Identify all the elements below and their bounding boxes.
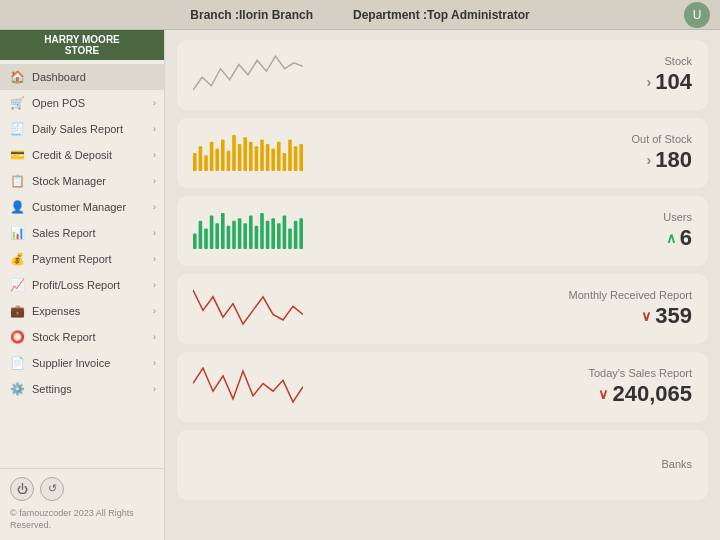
avatar[interactable]: U	[684, 2, 710, 28]
card-number-stock: 104	[655, 69, 692, 95]
card-indicator-monthly-received: ∨	[641, 308, 651, 324]
card-info-monthly-received: Monthly Received Report ∨ 359	[568, 289, 692, 329]
card-chart-users	[193, 209, 313, 254]
department-info: Department :Top Administrator	[353, 8, 530, 22]
svg-rect-26	[227, 225, 231, 248]
svg-rect-22	[204, 228, 208, 249]
sidebar-item-open-pos[interactable]: 🛒 Open POS ›	[0, 90, 164, 116]
cart-icon: 🛒	[10, 96, 24, 110]
svg-rect-7	[232, 135, 236, 171]
svg-rect-38	[294, 220, 298, 248]
sidebar-item-payment-report[interactable]: 💰 Payment Report ›	[0, 246, 164, 272]
svg-rect-25	[221, 213, 225, 249]
card-info-banks: Banks	[661, 458, 692, 472]
svg-rect-12	[260, 139, 264, 171]
card-label-monthly-received: Monthly Received Report	[568, 289, 692, 301]
svg-rect-18	[294, 146, 298, 171]
department-value: Top Administrator	[427, 8, 530, 22]
nav-label: Credit & Deposit	[32, 149, 154, 161]
card-value-stock: › 104	[647, 69, 692, 95]
svg-rect-1	[199, 146, 203, 171]
card-out-of-stock[interactable]: Out of Stock › 180	[177, 118, 708, 188]
sidebar-logo: HARRY MOORE STORE	[0, 30, 164, 60]
nav-arrow-icon: ›	[153, 306, 156, 316]
svg-rect-16	[283, 153, 287, 171]
sidebar-item-sales-report[interactable]: 📊 Sales Report ›	[0, 220, 164, 246]
branch-value: Ilorin Branch	[239, 8, 313, 22]
branch-label: Branch :	[190, 8, 239, 22]
sidebar-item-credit-deposit[interactable]: 💳 Credit & Deposit ›	[0, 142, 164, 168]
card-banks[interactable]: Banks	[177, 430, 708, 500]
svg-rect-37	[288, 228, 292, 249]
branch-info: Branch :Ilorin Branch	[190, 8, 313, 22]
card-chart-out-of-stock	[193, 131, 313, 176]
nav-arrow-icon: ›	[153, 254, 156, 264]
svg-rect-28	[238, 218, 242, 249]
card-value-todays-sales: ∨ 240,065	[588, 381, 692, 407]
svg-rect-2	[204, 155, 208, 171]
sidebar-item-stock-manager[interactable]: 📋 Stock Manager ›	[0, 168, 164, 194]
svg-rect-19	[299, 144, 303, 171]
refresh-button[interactable]: ↺	[40, 477, 64, 501]
nav-arrow-icon: ›	[153, 332, 156, 342]
card-label-users: Users	[663, 211, 692, 223]
nav-label: Supplier Invoice	[32, 357, 154, 369]
sidebar-item-dashboard[interactable]: 🏠 Dashboard	[0, 64, 164, 90]
nav-arrow-icon: ›	[153, 124, 156, 134]
card-chart-banks	[193, 443, 313, 488]
card-label-out-of-stock: Out of Stock	[631, 133, 692, 145]
card-todays-sales[interactable]: Today's Sales Report ∨ 240,065	[177, 352, 708, 422]
sidebar-nav: 🏠 Dashboard 🛒 Open POS › 🧾 Daily Sales R…	[0, 60, 164, 468]
nav-label: Profit/Loss Report	[32, 279, 154, 291]
card-number-users: 6	[680, 225, 692, 251]
svg-rect-27	[232, 220, 236, 248]
card-info-out-of-stock: Out of Stock › 180	[631, 133, 692, 173]
nav-label: Settings	[32, 383, 154, 395]
payment-icon: 💰	[10, 252, 24, 266]
nav-label: Customer Manager	[32, 201, 154, 213]
card-label-stock: Stock	[647, 55, 692, 67]
nav-label: Stock Manager	[32, 175, 154, 187]
card-info-users: Users ∧ 6	[663, 211, 692, 251]
card-stock[interactable]: Stock › 104	[177, 40, 708, 110]
svg-rect-39	[299, 218, 303, 249]
card-indicator-stock: ›	[647, 74, 652, 90]
nav-arrow-icon: ›	[153, 202, 156, 212]
sidebar-item-daily-sales[interactable]: 🧾 Daily Sales Report ›	[0, 116, 164, 142]
home-icon: 🏠	[10, 70, 24, 84]
svg-rect-33	[266, 220, 270, 248]
nav-arrow-icon: ›	[153, 358, 156, 368]
svg-rect-11	[255, 146, 259, 171]
svg-rect-0	[193, 153, 197, 171]
sidebar: HARRY MOORE STORE 🏠 Dashboard 🛒 Open POS…	[0, 30, 165, 540]
department-label: Department :	[353, 8, 427, 22]
card-monthly-received[interactable]: Monthly Received Report ∨ 359	[177, 274, 708, 344]
svg-rect-5	[221, 139, 225, 171]
sidebar-item-supplier-invoice[interactable]: 📄 Supplier Invoice ›	[0, 350, 164, 376]
svg-rect-9	[243, 137, 247, 171]
card-value-out-of-stock: › 180	[631, 147, 692, 173]
profit-icon: 📈	[10, 278, 24, 292]
sidebar-item-customer-manager[interactable]: 👤 Customer Manager ›	[0, 194, 164, 220]
nav-arrow-icon: ›	[153, 228, 156, 238]
card-indicator-users: ∧	[666, 230, 676, 246]
nav-label: Open POS	[32, 97, 154, 109]
card-info-todays-sales: Today's Sales Report ∨ 240,065	[588, 367, 692, 407]
card-label-banks: Banks	[661, 458, 692, 470]
svg-rect-35	[277, 223, 281, 249]
sidebar-item-expenses[interactable]: 💼 Expenses ›	[0, 298, 164, 324]
svg-rect-21	[199, 220, 203, 248]
sidebar-item-stock-report[interactable]: ⭕ Stock Report ›	[0, 324, 164, 350]
sidebar-item-profit-loss[interactable]: 📈 Profit/Loss Report ›	[0, 272, 164, 298]
card-users[interactable]: Users ∧ 6	[177, 196, 708, 266]
nav-label: Daily Sales Report	[32, 123, 154, 135]
power-button[interactable]: ⏻	[10, 477, 34, 501]
nav-arrow-icon: ›	[153, 384, 156, 394]
nav-label: Payment Report	[32, 253, 154, 265]
chart-icon: 📊	[10, 226, 24, 240]
card-chart-todays-sales	[193, 365, 313, 410]
receipt-icon: 🧾	[10, 122, 24, 136]
sidebar-item-settings[interactable]: ⚙️ Settings ›	[0, 376, 164, 402]
card-info-stock: Stock › 104	[647, 55, 692, 95]
nav-label: Dashboard	[32, 71, 154, 83]
